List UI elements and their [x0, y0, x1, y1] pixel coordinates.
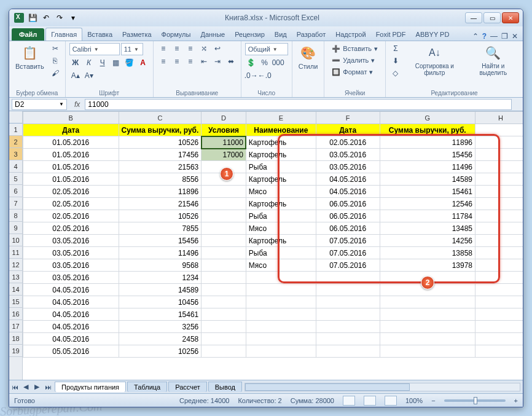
cell[interactable]: [246, 296, 316, 308]
cell[interactable]: [201, 272, 246, 284]
zoom-slider[interactable]: [444, 399, 506, 402]
cell[interactable]: [201, 247, 246, 259]
cell[interactable]: 07.05.2016: [316, 247, 380, 259]
comma-icon[interactable]: 000: [272, 57, 284, 68]
cell[interactable]: 01.05.2016: [23, 136, 119, 149]
row-header[interactable]: 3: [9, 148, 22, 160]
cell[interactable]: Рыба: [246, 161, 316, 173]
maximize-button[interactable]: ▭: [483, 12, 501, 23]
cell[interactable]: 04.05.2016: [23, 321, 119, 333]
cell[interactable]: 01.05.2016: [23, 173, 119, 186]
tab-nav-prev-icon[interactable]: ◀: [20, 382, 31, 393]
cell[interactable]: [475, 345, 523, 358]
sheet-tab[interactable]: Вывод: [208, 382, 242, 392]
wrap-text-icon[interactable]: ↩: [211, 43, 224, 54]
decrease-decimal-icon[interactable]: ←.0: [259, 70, 271, 81]
sort-filter-button[interactable]: A↓ Сортировка и фильтр: [404, 43, 465, 77]
increase-decimal-icon[interactable]: .0→: [245, 70, 257, 81]
cell[interactable]: [316, 272, 380, 284]
cell[interactable]: [201, 198, 246, 210]
view-layout-icon[interactable]: [364, 396, 376, 406]
copy-icon[interactable]: ⎘: [49, 55, 61, 66]
cell[interactable]: 11896: [119, 186, 201, 198]
cell[interactable]: Картофель: [246, 149, 316, 161]
cell[interactable]: 11896: [380, 136, 475, 149]
minimize-ribbon-icon[interactable]: ⌃: [472, 32, 479, 41]
col-header[interactable]: D: [201, 112, 246, 124]
table-header-cell[interactable]: Условия: [201, 124, 246, 136]
zoom-in-icon[interactable]: +: [514, 397, 518, 404]
row-header[interactable]: 18: [9, 332, 22, 345]
insert-cells-button[interactable]: ➕Вставить ▾: [328, 43, 381, 54]
cell[interactable]: 07.05.2016: [316, 259, 380, 272]
autosum-icon[interactable]: Σ: [389, 43, 402, 54]
tab-view[interactable]: Вид: [270, 28, 292, 41]
cell[interactable]: 06.05.2016: [316, 222, 380, 235]
percent-icon[interactable]: %: [259, 57, 271, 68]
cell[interactable]: 03.05.2016: [23, 235, 119, 247]
find-select-button[interactable]: 🔍 Найти и выделить: [467, 43, 519, 77]
name-box[interactable]: D2▼: [12, 99, 67, 110]
cell[interactable]: [316, 308, 380, 321]
cell[interactable]: [475, 247, 523, 259]
row-header[interactable]: 15: [9, 296, 22, 308]
cell[interactable]: [201, 186, 246, 198]
cell[interactable]: [201, 259, 246, 272]
cell[interactable]: [316, 321, 380, 333]
view-pagebreak-icon[interactable]: [385, 396, 397, 406]
cell[interactable]: [475, 321, 523, 333]
align-center-icon[interactable]: ≡: [171, 56, 183, 67]
row-header[interactable]: 6: [9, 185, 22, 197]
row-header[interactable]: 12: [9, 259, 22, 271]
paste-button[interactable]: 📋 Вставить: [13, 43, 47, 71]
row-header[interactable]: 2: [9, 136, 22, 148]
col-header[interactable]: H: [475, 112, 523, 124]
cell[interactable]: [246, 284, 316, 296]
cell[interactable]: 13858: [380, 247, 475, 259]
cell[interactable]: 15461: [380, 186, 475, 198]
cell[interactable]: Мясо: [246, 222, 316, 235]
tab-foxit[interactable]: Foxit PDF: [371, 28, 411, 41]
cell[interactable]: Картофель: [246, 198, 316, 210]
cell[interactable]: 11000: [201, 136, 246, 149]
cell[interactable]: Рыба: [246, 247, 316, 259]
doc-close-icon[interactable]: ✕: [512, 32, 518, 41]
cell[interactable]: 03.05.2016: [316, 161, 380, 173]
cell[interactable]: [475, 235, 523, 247]
tab-file[interactable]: Файл: [12, 28, 44, 41]
cell[interactable]: Картофель: [246, 173, 316, 186]
cell[interactable]: [201, 333, 246, 345]
sheet-tab[interactable]: Продукты питания: [55, 382, 126, 392]
cell[interactable]: 04.05.2016: [23, 296, 119, 308]
cell[interactable]: [475, 198, 523, 210]
indent-inc-icon[interactable]: ⇥: [211, 56, 224, 67]
view-normal-icon[interactable]: [343, 396, 355, 406]
col-header[interactable]: C: [119, 112, 201, 124]
tab-developer[interactable]: Разработ: [292, 28, 331, 41]
row-header[interactable]: 8: [9, 210, 22, 222]
cell[interactable]: [475, 149, 523, 161]
format-cells-button[interactable]: 🔲Формат ▾: [328, 66, 377, 77]
close-button[interactable]: ✕: [502, 12, 519, 23]
tab-layout[interactable]: Разметка: [117, 28, 157, 41]
row-header[interactable]: 7: [9, 197, 22, 210]
cell[interactable]: 17456: [119, 149, 201, 161]
cell[interactable]: 9568: [119, 259, 201, 272]
cell[interactable]: [475, 259, 523, 272]
cell[interactable]: 14589: [380, 173, 475, 186]
cell[interactable]: Рыба: [246, 210, 316, 222]
col-header[interactable]: F: [316, 112, 380, 124]
cell[interactable]: 11496: [380, 161, 475, 173]
orientation-icon[interactable]: ⤭: [198, 43, 210, 54]
cell[interactable]: [246, 272, 316, 284]
cell[interactable]: [201, 235, 246, 247]
cell[interactable]: 17000: [201, 149, 246, 161]
currency-icon[interactable]: 💲: [245, 57, 257, 68]
col-header[interactable]: B: [23, 112, 119, 124]
redo-icon[interactable]: ↷: [53, 12, 66, 24]
merge-icon[interactable]: ⬌: [225, 56, 237, 67]
cell[interactable]: 05.05.2016: [23, 345, 119, 358]
cell[interactable]: 13485: [380, 222, 475, 235]
cell[interactable]: [380, 321, 475, 333]
row-header[interactable]: 13: [9, 271, 22, 283]
